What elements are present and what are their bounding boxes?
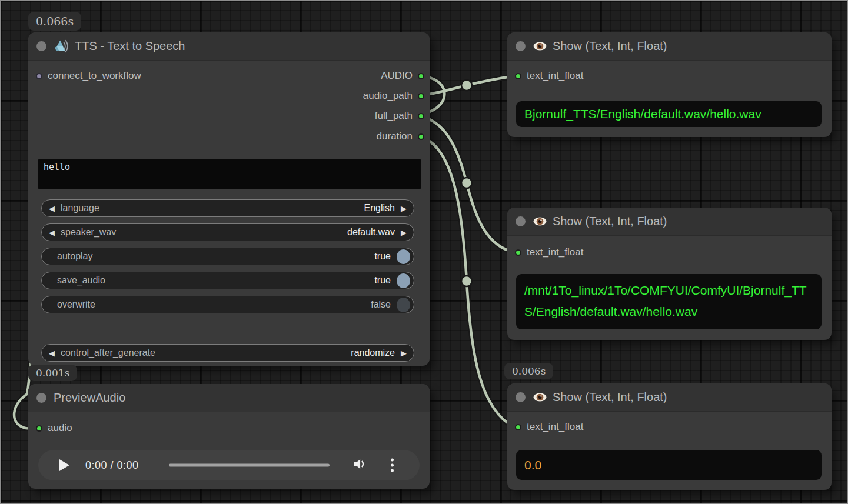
input-slot-text-int-float[interactable]: text_int_float [515,421,583,433]
input-dot[interactable] [515,249,521,256]
input-dot[interactable] [36,425,42,432]
preview-node-header[interactable]: PreviewAudio [28,384,430,412]
show1-title: Show (Text, Int, Float) [533,39,667,54]
decrement-arrow-icon[interactable]: ◀ [49,229,55,236]
eye-icon [533,39,547,54]
audio-player[interactable]: 0:00 / 0:00 [38,450,420,480]
widget-overwrite-toggle[interactable]: overwrite false [41,296,414,313]
tts-node-title: TTS - Text to Speech [54,38,185,54]
widget-autoplay-toggle[interactable]: autoplay true [41,248,414,265]
decrement-arrow-icon[interactable]: ◀ [49,349,55,357]
output-dot[interactable] [418,113,424,119]
widget-speaker-wav[interactable]: ◀ speaker_wav default.wav ▶ [41,223,414,241]
output-slot-audio-path[interactable]: audio_path [363,90,424,102]
show2-title: Show (Text, Int, Float) [533,214,667,229]
preview-node-title: PreviewAudio [54,391,125,405]
output-dot[interactable] [418,133,424,140]
node-preview-audio[interactable]: PreviewAudio audio 0:00 / 0:00 [28,384,430,489]
node-graph-canvas[interactable]: 0.066s 0.001s 0.006s TTS - Text to Speec… [0,0,848,504]
playback-time: 0:00 / 0:00 [85,459,139,472]
exec-time-badge-show-float: 0.006s [504,363,553,379]
player-menu-icon[interactable] [391,459,394,472]
exec-time-badge-preview: 0.001s [28,365,77,381]
collapse-dot[interactable] [36,393,46,403]
node-show-text-int-float-1[interactable]: Show (Text, Int, Float) text_int_float B… [507,32,832,137]
increment-arrow-icon[interactable]: ▶ [401,205,407,212]
show2-header[interactable]: Show (Text, Int, Float) [507,208,832,236]
collapse-dot[interactable] [516,392,526,402]
input-dot[interactable] [36,73,42,79]
tts-node-header[interactable]: TTS - Text to Speech [28,32,430,61]
input-slot-audio[interactable]: audio [36,422,72,434]
node-tts-text-to-speech[interactable]: TTS - Text to Speech connect_to_workflow… [28,32,430,366]
exec-time-badge-tts: 0.066s [28,12,81,31]
show2-value-display[interactable]: /mnt/1To_linux/1To/COMFYUI/ComfyUI/Bjorn… [516,274,822,329]
show1-header[interactable]: Show (Text, Int, Float) [507,32,832,61]
decrement-arrow-icon[interactable]: ◀ [49,205,55,212]
input-dot[interactable] [515,424,521,430]
eye-icon [533,214,547,229]
toggle-knob-on[interactable] [397,273,410,288]
eye-icon [533,390,547,405]
input-slot-text-int-float[interactable]: text_int_float [515,246,583,258]
seek-bar[interactable] [169,464,330,467]
widget-language[interactable]: ◀ language English ▶ [41,199,414,217]
play-button-icon[interactable] [59,459,69,471]
node-show-text-int-float-3[interactable]: Show (Text, Int, Float) text_int_float 0… [507,383,832,490]
speaker-megaphone-icon [54,38,69,54]
collapse-dot[interactable] [516,41,526,51]
input-dot[interactable] [515,73,521,79]
input-slot-connect-to-workflow[interactable]: connect_to_workflow [36,70,141,82]
increment-arrow-icon[interactable]: ▶ [401,349,407,357]
output-slot-duration[interactable]: duration [377,131,424,142]
increment-arrow-icon[interactable]: ▶ [401,229,407,236]
widget-save-audio-toggle[interactable]: save_audio true [41,272,414,289]
prompt-textarea[interactable]: hello [38,159,421,189]
reroute-dot[interactable] [461,80,472,91]
reroute-dot[interactable] [461,276,472,286]
collapse-dot[interactable] [516,216,526,226]
show1-value-display[interactable]: Bjornulf_TTS/English/default.wav/hello.w… [516,101,822,127]
toggle-knob-off[interactable] [397,298,410,312]
output-dot[interactable] [418,73,424,79]
input-slot-text-int-float[interactable]: text_int_float [515,70,583,82]
output-slot-full-path[interactable]: full_path [375,110,424,122]
toggle-knob-on[interactable] [397,249,410,264]
output-dot[interactable] [418,93,424,99]
node-show-text-int-float-2[interactable]: Show (Text, Int, Float) text_int_float /… [507,208,832,340]
widget-control-after-generate[interactable]: ◀ control_after_generate randomize ▶ [41,344,414,362]
reroute-dot[interactable] [461,178,472,188]
show3-value-display[interactable]: 0.0 [516,450,822,480]
volume-icon[interactable] [352,456,367,474]
collapse-dot[interactable] [36,41,46,51]
show3-title: Show (Text, Int, Float) [533,390,667,405]
show3-header[interactable]: Show (Text, Int, Float) [507,383,832,412]
output-slot-audio[interactable]: AUDIO [381,70,424,82]
